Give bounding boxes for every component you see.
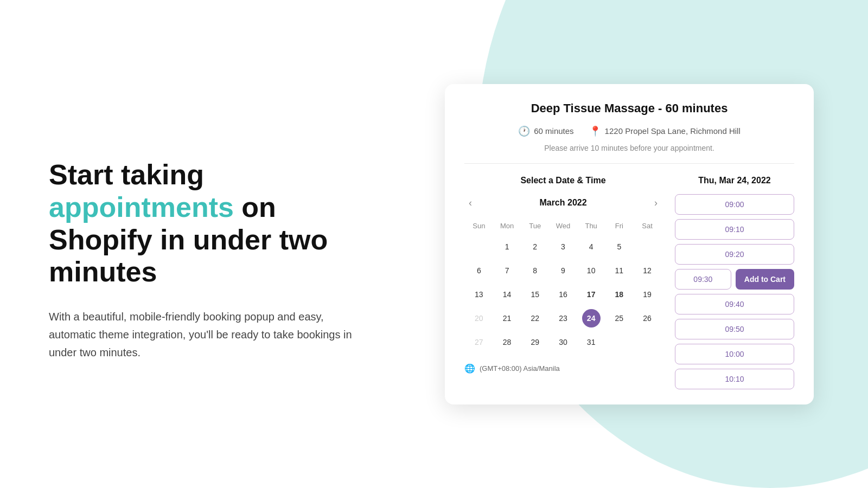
calendar-cell[interactable]: 12: [634, 259, 661, 282]
divider: [464, 163, 794, 164]
selected-date-label: Thu, Mar 24, 2022: [675, 176, 794, 185]
calendar-cell[interactable]: 14: [494, 283, 521, 306]
day-header-wed: Wed: [550, 220, 577, 234]
calendar-cell[interactable]: 13: [465, 283, 493, 306]
calendar-cell[interactable]: 19: [634, 283, 661, 306]
calendar-cell[interactable]: 2: [521, 235, 548, 258]
day-header-fri: Fri: [606, 220, 633, 234]
widget-meta: 🕐 60 minutes 📍 1220 Propel Spa Lane, Ric…: [464, 125, 794, 137]
calendar-cell[interactable]: 26: [634, 307, 661, 330]
calendar-row: 13141516171819: [465, 283, 661, 306]
calendar-cell[interactable]: 4: [578, 235, 605, 258]
calendar-cell[interactable]: 11: [606, 259, 633, 282]
hero-heading: Start taking appointments on Shopify in …: [49, 159, 358, 288]
day-header-sun: Sun: [465, 220, 493, 234]
duration-text: 60 minutes: [534, 126, 573, 136]
timezone-text: (GMT+08:00) Asia/Manila: [480, 364, 560, 373]
calendar-cell: [465, 235, 493, 258]
section-title: Select a Date & Time: [464, 176, 662, 185]
time-slots-list: 09:0009:1009:2009:30Add to Cart09:4009:5…: [675, 194, 794, 389]
calendar-cell[interactable]: 9: [550, 259, 577, 282]
calendar-cell[interactable]: 5: [606, 235, 633, 258]
time-slot-selected-row: 09:30Add to Cart: [675, 269, 794, 290]
calendar-row: 6789101112: [465, 259, 661, 282]
day-header-sat: Sat: [634, 220, 661, 234]
calendar-section: Select a Date & Time ‹ March 2022 › Sun …: [464, 176, 662, 389]
time-slot-button[interactable]: 10:10: [675, 369, 794, 389]
day-header-thu: Thu: [578, 220, 605, 234]
calendar-cell[interactable]: 15: [521, 283, 548, 306]
calendar-cell: [606, 331, 633, 354]
calendar-cell[interactable]: 23: [550, 307, 577, 330]
calendar-nav: ‹ March 2022 ›: [464, 195, 662, 211]
heading-plain: Start taking: [49, 159, 204, 190]
calendar-cell[interactable]: 10: [578, 259, 605, 282]
widget-body: Select a Date & Time ‹ March 2022 › Sun …: [464, 176, 794, 389]
time-slot-button[interactable]: 09:00: [675, 194, 794, 215]
calendar-row: 20212223242526: [465, 307, 661, 330]
calendar-header-row: Sun Mon Tue Wed Thu Fri Sat: [465, 220, 661, 234]
calendar-cell[interactable]: 16: [550, 283, 577, 306]
time-slot-button[interactable]: 09:30: [675, 269, 731, 290]
calendar-cell[interactable]: 17: [578, 283, 605, 306]
calendar-cell[interactable]: 21: [494, 307, 521, 330]
right-panel: Deep Tissue Massage - 60 minutes 🕐 60 mi…: [401, 0, 868, 488]
location-meta: 📍 1220 Propel Spa Lane, Richmond Hill: [589, 125, 741, 137]
calendar-cell[interactable]: 31: [578, 331, 605, 354]
calendar-cell[interactable]: 29: [521, 331, 548, 354]
widget-title: Deep Tissue Massage - 60 minutes: [464, 101, 794, 115]
hero-subtext: With a beautiful, mobile-friendly bookin…: [49, 308, 353, 362]
time-slot-button[interactable]: 09:40: [675, 294, 794, 314]
prev-month-button[interactable]: ‹: [464, 195, 476, 211]
calendar-cell: 27: [465, 331, 493, 354]
calendar-cell[interactable]: 8: [521, 259, 548, 282]
month-label: March 2022: [539, 198, 586, 208]
booking-widget: Deep Tissue Massage - 60 minutes 🕐 60 mi…: [445, 84, 814, 404]
day-header-tue: Tue: [521, 220, 548, 234]
calendar-cell: [634, 331, 661, 354]
left-panel: Start taking appointments on Shopify in …: [0, 0, 401, 488]
calendar-row: 12345: [465, 235, 661, 258]
calendar-table: Sun Mon Tue Wed Thu Fri Sat 123456789101…: [464, 219, 662, 355]
calendar-cell: 20: [465, 307, 493, 330]
time-slot-button[interactable]: 09:50: [675, 319, 794, 339]
time-section: Thu, Mar 24, 2022 09:0009:1009:2009:30Ad…: [675, 176, 794, 389]
calendar-cell[interactable]: 25: [606, 307, 633, 330]
time-slot-button[interactable]: 10:00: [675, 344, 794, 364]
widget-note: Please arrive 10 minutes before your app…: [464, 144, 794, 152]
time-slot-button[interactable]: 09:10: [675, 219, 794, 240]
calendar-cell[interactable]: 30: [550, 331, 577, 354]
calendar-cell: [634, 235, 661, 258]
calendar-cell[interactable]: 24: [578, 307, 605, 330]
next-month-button[interactable]: ›: [650, 195, 662, 211]
calendar-cell[interactable]: 22: [521, 307, 548, 330]
location-text: 1220 Propel Spa Lane, Richmond Hill: [605, 126, 741, 136]
heading-accent: appointments: [49, 191, 234, 223]
calendar-cell[interactable]: 18: [606, 283, 633, 306]
day-header-mon: Mon: [494, 220, 521, 234]
duration-meta: 🕐 60 minutes: [518, 125, 573, 137]
calendar-cell[interactable]: 6: [465, 259, 493, 282]
timezone-row: 🌐 (GMT+08:00) Asia/Manila: [464, 363, 662, 374]
calendar-cell[interactable]: 3: [550, 235, 577, 258]
calendar-cell[interactable]: 1: [494, 235, 521, 258]
time-slot-button[interactable]: 09:20: [675, 244, 794, 265]
globe-icon: 🌐: [464, 363, 475, 374]
location-icon: 📍: [589, 125, 601, 137]
clock-icon: 🕐: [518, 125, 530, 137]
calendar-row: 2728293031: [465, 331, 661, 354]
calendar-cell[interactable]: 7: [494, 259, 521, 282]
calendar-cell[interactable]: 28: [494, 331, 521, 354]
add-to-cart-button[interactable]: Add to Cart: [736, 269, 794, 290]
